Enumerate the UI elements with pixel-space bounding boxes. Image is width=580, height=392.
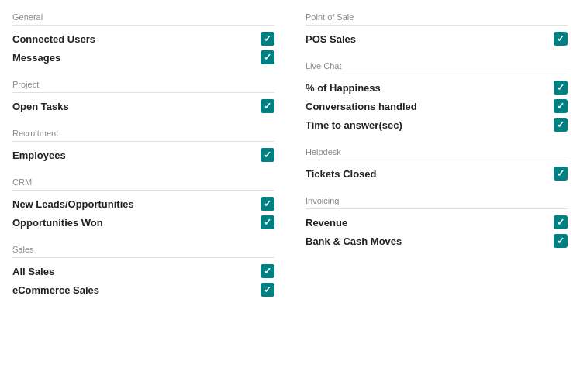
item-label: Tickets Closed xyxy=(306,168,547,180)
item-row: Revenue xyxy=(306,215,568,229)
section-1-2: HelpdeskTickets Closed xyxy=(306,147,568,181)
item-row: Messages xyxy=(12,50,274,64)
section-title: Helpdesk xyxy=(306,147,568,160)
section-title: CRM xyxy=(12,177,274,191)
checkbox[interactable] xyxy=(261,264,274,278)
item-row: Open Tasks xyxy=(12,99,274,113)
checkbox[interactable] xyxy=(554,81,568,95)
section-0-3: CRMNew Leads/OpportunitiesOpportunities … xyxy=(12,177,274,229)
item-label: Connected Users xyxy=(12,33,254,45)
checkbox[interactable] xyxy=(554,167,568,181)
item-row: Time to answer(sec) xyxy=(306,118,568,132)
item-label: Employees xyxy=(12,150,254,161)
item-row: All Sales xyxy=(12,264,274,278)
main-grid: GeneralConnected UsersMessagesProjectOpe… xyxy=(12,12,568,312)
item-row: Opportunities Won xyxy=(12,215,274,229)
item-label: eCommerce Sales xyxy=(12,284,254,296)
section-1-1: Live Chat% of HappinessConversations han… xyxy=(306,61,568,132)
checkbox[interactable] xyxy=(261,99,274,113)
item-row: Employees xyxy=(12,148,274,162)
checkbox[interactable] xyxy=(554,118,568,132)
section-title: Invoicing xyxy=(306,196,568,209)
item-row: New Leads/Opportunities xyxy=(12,197,274,211)
item-label: Opportunities Won xyxy=(12,217,254,229)
section-1-3: InvoicingRevenueBank & Cash Moves xyxy=(306,196,568,248)
item-label: Open Tasks xyxy=(12,101,254,112)
item-label: % of Happiness xyxy=(306,82,547,94)
item-label: Conversations handled xyxy=(306,101,547,112)
item-label: Revenue xyxy=(306,217,547,229)
item-row: Connected Users xyxy=(12,32,274,46)
checkbox[interactable] xyxy=(261,32,274,46)
section-title: Recruitment xyxy=(12,129,274,142)
column-0: GeneralConnected UsersMessagesProjectOpe… xyxy=(12,12,274,312)
item-row: Conversations handled xyxy=(306,99,568,113)
section-0-2: RecruitmentEmployees xyxy=(12,129,274,162)
item-label: Time to answer(sec) xyxy=(306,119,547,131)
checkbox[interactable] xyxy=(261,197,274,211)
checkbox[interactable] xyxy=(554,234,568,248)
section-title: Point of Sale xyxy=(306,12,568,26)
column-1: Point of SalePOS SalesLive Chat% of Happ… xyxy=(306,12,568,312)
item-label: Bank & Cash Moves xyxy=(306,236,547,247)
item-row: eCommerce Sales xyxy=(12,283,274,297)
section-title: Project xyxy=(12,80,274,93)
section-0-1: ProjectOpen Tasks xyxy=(12,80,274,113)
section-0-0: GeneralConnected UsersMessages xyxy=(12,12,274,64)
checkbox[interactable] xyxy=(261,50,274,64)
item-row: Bank & Cash Moves xyxy=(306,234,568,248)
item-label: New Leads/Opportunities xyxy=(12,198,254,210)
item-label: Messages xyxy=(12,52,254,64)
item-label: POS Sales xyxy=(306,33,547,45)
checkbox[interactable] xyxy=(554,215,568,229)
checkbox[interactable] xyxy=(261,283,274,297)
item-row: % of Happiness xyxy=(306,81,568,95)
checkbox[interactable] xyxy=(554,32,568,46)
section-1-0: Point of SalePOS Sales xyxy=(306,12,568,46)
checkbox[interactable] xyxy=(261,148,274,162)
section-title: Live Chat xyxy=(306,61,568,74)
item-row: POS Sales xyxy=(306,32,568,46)
section-title: Sales xyxy=(12,245,274,258)
item-row: Tickets Closed xyxy=(306,167,568,181)
section-0-4: SalesAll SaleseCommerce Sales xyxy=(12,245,274,297)
section-title: General xyxy=(12,12,274,26)
checkbox[interactable] xyxy=(554,99,568,113)
item-label: All Sales xyxy=(12,266,254,277)
checkbox[interactable] xyxy=(261,215,274,229)
